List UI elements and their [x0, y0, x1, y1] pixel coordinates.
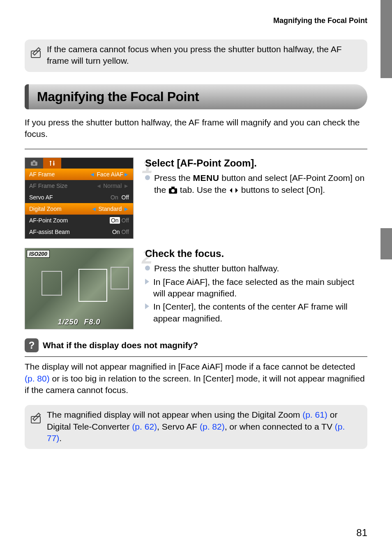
divider — [25, 149, 367, 149]
menu-value: ◄ Standard ► — [91, 206, 129, 212]
text: Press the shutter button halfway. — [154, 263, 279, 274]
breadcrumb: Magnifying the Focal Point — [25, 16, 367, 25]
menu-row-servo-af: Servo AF On Off — [25, 192, 133, 203]
text: In [Face AiAF], the face selected as the… — [153, 276, 367, 300]
photo-screenshot: ISO200 1/250 F8.0 — [25, 248, 134, 329]
svg-rect-2 — [33, 160, 35, 162]
left-right-arrows-icon — [229, 187, 239, 194]
camera-icon — [168, 187, 178, 194]
step-2-bullet-2: In [Face AiAF], the face selected as the… — [145, 276, 367, 300]
menu-row-af-point-zoom: AF-Point Zoom OnOff — [25, 215, 133, 226]
text: buttons to select [On]. — [239, 185, 325, 194]
camera-tab-icon — [25, 158, 43, 169]
face-frame-main — [78, 269, 107, 302]
page-link[interactable]: (p. 62) — [132, 422, 157, 431]
note-text: If the camera cannot focus when you pres… — [47, 44, 360, 67]
menu-value: On Off — [111, 194, 129, 201]
shutter-speed: 1/250 — [58, 318, 78, 326]
step-2-bullet-1: Press the shutter button halfway. — [145, 263, 367, 274]
face-frame — [111, 267, 129, 289]
section-title: Magnifying the Focal Point — [37, 89, 359, 104]
menu-row-af-frame-size: AF Frame Size ◄ Normal ► — [25, 180, 133, 192]
menu-value: OnOff — [110, 217, 129, 224]
svg-rect-5 — [171, 187, 175, 189]
note-box-2: The magnified display will not appear wh… — [25, 405, 367, 449]
text: In [Center], the contents of the center … — [153, 301, 367, 324]
text: , or when connected to a TV — [225, 422, 335, 431]
menu-label: Servo AF — [29, 194, 53, 201]
text: , Servo AF — [157, 422, 200, 431]
page-link[interactable]: (p. 82) — [200, 422, 225, 431]
text: or is too big in relation to the screen.… — [25, 374, 365, 395]
menu-button-label: MENU — [193, 173, 219, 183]
menu-label: AF Frame — [29, 171, 55, 178]
text: Press the — [154, 173, 193, 183]
svg-point-6 — [171, 189, 175, 192]
menu-row-af-assist-beam: AF-assist Beam OnOff — [25, 226, 133, 238]
qa-title: What if the display does not magnify? — [43, 340, 198, 350]
intro-text: If you press the shutter button halfway,… — [25, 117, 367, 140]
text: The magnified display will not appear wh… — [47, 410, 302, 419]
step-2-bullet-3: In [Center], the contents of the center … — [145, 301, 367, 324]
qa-body: The display will not appear magnified in… — [25, 361, 367, 396]
note-2-text: The magnified display will not appear wh… — [47, 409, 360, 444]
page-link[interactable]: (p. 61) — [302, 410, 327, 419]
step-1-body: Press the MENU button and select [AF-Poi… — [145, 172, 367, 196]
text: . — [59, 433, 62, 443]
page-number: 81 — [356, 527, 367, 539]
question-icon: ? — [25, 338, 39, 352]
qa-header: ? What if the display does not magnify? — [25, 338, 367, 357]
tools-tab-icon — [43, 158, 61, 169]
menu-value: ◄ Face AiAF ► — [90, 171, 129, 178]
menu-row-af-frame: AF Frame ◄ Face AiAF ► — [25, 169, 133, 180]
step-1-title: Select [AF-Point Zoom]. — [145, 157, 367, 169]
face-frame — [42, 271, 62, 296]
menu-label: Digital Zoom — [29, 206, 62, 212]
page-link[interactable]: (p. 80) — [25, 374, 50, 383]
bullet-arrow-icon — [145, 279, 149, 284]
menu-row-digital-zoom: Digital Zoom ◄ Standard ► — [25, 203, 133, 215]
aperture: F8.0 — [84, 318, 101, 326]
pencil-note-icon — [29, 411, 43, 425]
svg-point-3 — [33, 162, 35, 165]
text: The display will not appear magnified in… — [25, 362, 355, 371]
menu-label: AF-Point Zoom — [29, 217, 68, 224]
pencil-note-icon — [29, 45, 43, 59]
section-header: Magnifying the Focal Point — [25, 84, 367, 109]
note-box: If the camera cannot focus when you pres… — [25, 39, 367, 72]
step-2-row: ISO200 1/250 F8.0 2 Check the focus. Pre… — [25, 248, 367, 329]
step-1-row: AF Frame ◄ Face AiAF ► AF Frame Size ◄ N… — [25, 157, 367, 239]
menu-screenshot: AF Frame ◄ Face AiAF ► AF Frame Size ◄ N… — [25, 157, 134, 239]
iso-badge: ISO200 — [27, 250, 50, 258]
exposure-readout: 1/250 F8.0 — [58, 318, 100, 326]
step-2-title: Check the focus. — [145, 248, 367, 259]
menu-label: AF Frame Size — [29, 183, 67, 189]
menu-value: OnOff — [112, 229, 129, 235]
bullet-arrow-icon — [145, 303, 149, 309]
text: tab. Use the — [178, 185, 229, 194]
menu-label: AF-assist Beam — [29, 229, 70, 235]
menu-value: ◄ Normal ► — [96, 183, 129, 189]
